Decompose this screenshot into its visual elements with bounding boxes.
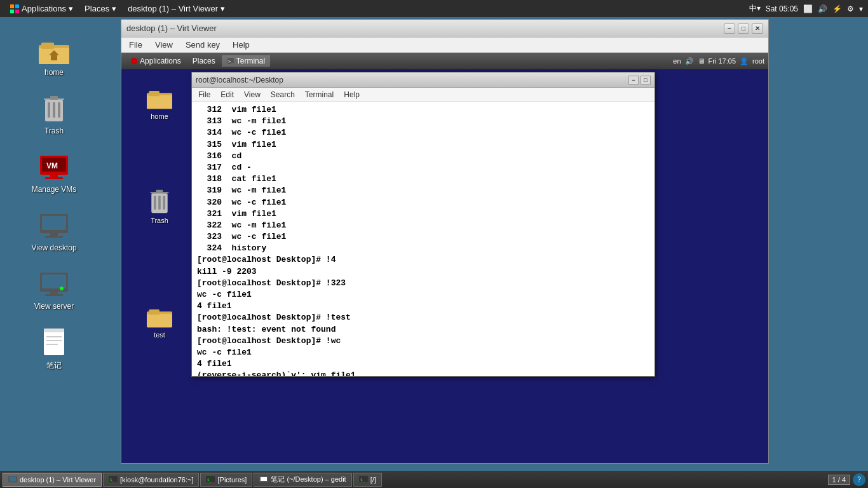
terminal-title: root@localhost:~/Desktop — [196, 76, 283, 85]
vm-places-menu[interactable]: Places — [187, 55, 220, 67]
taskbar-item-virt-viewer[interactable]: desktop (1) – Virt Viewer — [3, 473, 102, 487]
power-icon[interactable]: ▾ — [859, 4, 863, 13]
virt-window-title: desktop (1) – Virt Viewer — [126, 24, 217, 33]
virt-titlebar: desktop (1) – Virt Viewer − □ ✕ — [121, 20, 768, 37]
svg-rect-32 — [46, 340, 62, 341]
vm-icon-trash[interactable]: Trash — [134, 186, 185, 227]
svg-rect-2 — [10, 10, 14, 13]
workspace-icon[interactable]: ? — [853, 473, 865, 486]
notes-icon — [39, 327, 69, 358]
desktop-icon-view-server[interactable]: View server — [22, 264, 86, 316]
clock: Sat 05:05 — [766, 4, 798, 13]
svg-point-34 — [131, 58, 137, 64]
vm-terminal-menu[interactable]: >_ Terminal — [222, 55, 270, 67]
svg-rect-14 — [58, 102, 60, 118]
desktop-icon-notes[interactable]: 笔记 — [22, 322, 86, 376]
minimize-button[interactable]: − — [724, 24, 735, 34]
vm-applications-menu[interactable]: Applications — [125, 55, 186, 67]
svg-rect-1 — [15, 4, 19, 8]
taskbar-terminal-icon: $_ — [109, 476, 118, 484]
vm-lang: en — [673, 57, 681, 65]
window-indicator[interactable]: desktop (1) – Virt Viewer ▾ — [123, 3, 230, 15]
svg-rect-52 — [10, 477, 16, 481]
term-menu-search[interactable]: Search — [267, 90, 299, 100]
taskbar-item-pictures[interactable]: $_ [Pictures] — [200, 473, 252, 487]
taskbar-item-files[interactable]: $_ [/] — [353, 473, 382, 487]
taskbar: desktop (1) – Virt Viewer $_ [kiosk@foun… — [0, 471, 868, 488]
desktop: home Trash VM Manage VMs — [0, 17, 108, 488]
vm-icon-test[interactable]: test — [134, 301, 185, 341]
svg-rect-22 — [50, 233, 58, 236]
virt-menu-view[interactable]: View — [150, 39, 178, 51]
term-menu-view[interactable]: View — [240, 90, 264, 100]
desktop-icon-trash[interactable]: Trash — [22, 88, 86, 140]
svg-rect-46 — [158, 196, 161, 210]
virt-menu-help[interactable]: Help — [227, 39, 255, 51]
desktop-icon-home[interactable]: home — [22, 30, 86, 82]
svg-rect-6 — [41, 43, 54, 49]
applications-menu[interactable]: Applications ▾ — [5, 3, 78, 15]
term-menu-terminal[interactable]: Terminal — [301, 90, 337, 100]
virt-menu-sendkey[interactable]: Send key — [180, 39, 225, 51]
taskbar-items: desktop (1) – Virt Viewer $_ [kiosk@foun… — [3, 473, 382, 487]
svg-rect-50 — [149, 309, 159, 315]
svg-rect-27 — [45, 294, 63, 296]
taskbar-files-icon: $_ — [359, 476, 368, 484]
vm-desktop: Applications Places >_ Terminal en 🔊 🖥 F… — [121, 53, 768, 463]
terminal-content[interactable]: 312 vim file1 313 wc -m file1 314 wc -c … — [192, 102, 654, 376]
vm-test-label: test — [154, 331, 165, 339]
svg-rect-0 — [10, 4, 14, 8]
vm-panel-right: en 🔊 🖥 Fri 17:05 👤 root — [673, 57, 764, 65]
settings-icon[interactable]: ⚙ — [847, 4, 854, 13]
close-button[interactable]: ✕ — [752, 24, 763, 34]
term-menu-edit[interactable]: Edit — [217, 90, 238, 100]
term-menu-file[interactable]: File — [194, 90, 214, 100]
vm-audio-icon[interactable]: 🔊 — [685, 57, 694, 65]
view-server-icon — [39, 269, 69, 299]
window-controls: − □ ✕ — [724, 24, 763, 34]
home-icon-label: home — [44, 68, 64, 77]
svg-rect-18 — [45, 177, 63, 179]
svg-rect-49 — [147, 314, 172, 328]
view-server-label: View server — [34, 302, 74, 311]
desktop-icon-view-desktop[interactable]: View desktop — [22, 205, 86, 257]
manage-vms-label: Manage VMs — [32, 185, 77, 194]
vm-top-panel: Applications Places >_ Terminal en 🔊 🖥 F… — [121, 53, 768, 69]
vm-user-icon: 👤 — [740, 57, 749, 65]
vm-user-label: root — [752, 57, 764, 65]
desktop-icon-manage-vms[interactable]: VM Manage VMs — [22, 147, 86, 199]
vm-home-label: home — [151, 112, 168, 120]
taskbar-item-foundation[interactable]: $_ [kiosk@foundation76:~] — [103, 473, 199, 487]
svg-point-28 — [60, 287, 64, 290]
term-menu-help[interactable]: Help — [340, 90, 363, 100]
svg-rect-21 — [42, 216, 66, 230]
virt-viewer-window: desktop (1) – Virt Viewer − □ ✕ File Vie… — [121, 19, 769, 464]
svg-text:$_: $_ — [360, 477, 365, 482]
svg-rect-45 — [154, 196, 156, 210]
virt-menu-file[interactable]: File — [124, 39, 147, 51]
volume-icon[interactable]: 🔊 — [818, 4, 827, 13]
svg-rect-30 — [44, 329, 64, 332]
places-menu[interactable]: Places ▾ — [79, 3, 121, 15]
top-bar-left: Applications ▾ Places ▾ desktop (1) – Vi… — [5, 3, 230, 15]
terminal-minimize-btn[interactable]: − — [628, 76, 639, 85]
svg-rect-31 — [46, 336, 62, 337]
svg-text:VM: VM — [46, 161, 58, 170]
terminal-menubar: File Edit View Search Terminal Help — [192, 88, 654, 102]
vm-icon-home[interactable]: home — [134, 82, 185, 123]
restore-button[interactable]: □ — [738, 24, 749, 34]
vm-trash-label: Trash — [151, 217, 168, 224]
svg-rect-10 — [50, 96, 58, 100]
svg-rect-23 — [45, 236, 63, 238]
taskbar-virt-icon — [8, 476, 17, 484]
terminal-maximize-btn[interactable]: □ — [641, 76, 651, 85]
vm-panel-left: Applications Places >_ Terminal — [125, 55, 270, 67]
home-folder-icon — [39, 35, 69, 65]
applications-icon — [10, 4, 19, 13]
terminal-window: root@localhost:~/Desktop − □ File Edit V… — [191, 72, 655, 377]
svg-rect-25 — [42, 274, 66, 288]
chinese-input-icon[interactable]: 中▾ — [749, 3, 761, 14]
notes-label: 笔记 — [46, 360, 62, 371]
taskbar-item-gedit[interactable]: 笔记 (~/Desktop) – gedit — [254, 473, 351, 487]
svg-rect-12 — [48, 102, 50, 118]
